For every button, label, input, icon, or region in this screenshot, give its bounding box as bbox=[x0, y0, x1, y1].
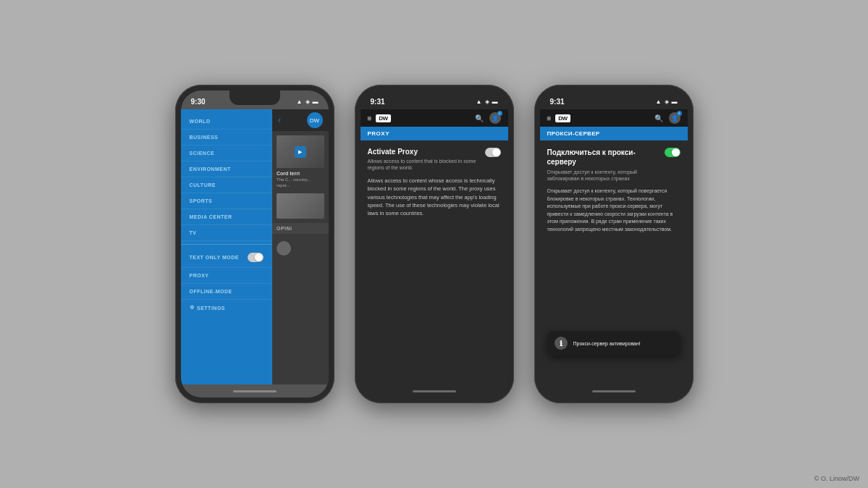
activate-proxy3-row: Подключиться к прокси-серверу Открывает … bbox=[547, 148, 681, 182]
notch-3 bbox=[589, 91, 639, 105]
dw-header-left-3: ≡ DW bbox=[547, 114, 570, 122]
battery-icon-1: ▬ bbox=[313, 98, 319, 105]
user-icon-3[interactable]: 👤 0 bbox=[669, 112, 681, 124]
menu-environment[interactable]: ENVIRONMENT bbox=[181, 161, 272, 177]
phone1-right-panel: ‹ DW ▶ Cord terri The C... country... re… bbox=[272, 109, 329, 384]
phones-container: 9:30 ▲ ◈ ▬ WORLD BUSINESS SCIENCE ENVIRO… bbox=[175, 85, 694, 403]
proxy-toggle-3[interactable] bbox=[665, 148, 681, 157]
proxy-header-3: ПРОКСИ-СЕРВЕР bbox=[540, 127, 688, 140]
wifi-icon-3: ◈ bbox=[665, 98, 669, 105]
activate-proxy-title: Activate Proxy bbox=[368, 148, 479, 156]
proxy-header-title-3: ПРОКСИ-СЕРВЕР bbox=[547, 130, 681, 137]
dw-header-3: ≡ DW 🔍 👤 0 bbox=[540, 109, 688, 127]
phone1-article: ▶ Cord terri The C... country... repor..… bbox=[272, 131, 329, 223]
dw-header-2: ≡ DW 🔍 👤 0 bbox=[361, 109, 508, 127]
opinion-label: OPINI bbox=[277, 226, 292, 231]
author-avatar bbox=[277, 241, 291, 256]
home-bar-3 bbox=[592, 390, 636, 392]
time-2: 9:31 bbox=[371, 98, 385, 106]
photo-credit: © O. Linow/DW bbox=[814, 475, 859, 482]
signal-icon-3: ▲ bbox=[656, 98, 662, 105]
phone1-right-header: ‹ DW bbox=[272, 109, 329, 131]
status-icons-2: ▲ ◈ ▬ bbox=[476, 98, 498, 105]
phone-1: 9:30 ▲ ◈ ▬ WORLD BUSINESS SCIENCE ENVIRO… bbox=[175, 85, 334, 403]
menu-proxy[interactable]: PROXY bbox=[181, 268, 272, 284]
user-avatar-2: 👤 bbox=[492, 115, 499, 122]
text-only-mode-row[interactable]: TEXT ONLY MODE bbox=[181, 248, 272, 268]
opinion-bar: OPINI bbox=[272, 223, 329, 234]
search-icon-3[interactable]: 🔍 bbox=[654, 114, 663, 122]
user-badge-2: 0 bbox=[497, 111, 502, 116]
home-bar-1 bbox=[233, 390, 277, 392]
menu-culture[interactable]: CULTURE bbox=[181, 177, 272, 193]
circle-dw-icon: DW bbox=[310, 117, 319, 124]
proxy-header-2: PROXY bbox=[361, 127, 508, 140]
dw-header-right-3: 🔍 👤 0 bbox=[654, 112, 681, 124]
proxy-content-2: Activate Proxy Allows access to content … bbox=[361, 140, 508, 384]
text-only-toggle[interactable] bbox=[248, 253, 264, 262]
menu-business[interactable]: BUSINESS bbox=[181, 130, 272, 146]
menu-science[interactable]: SCIENCE bbox=[181, 146, 272, 161]
settings-gear-icon: ⚙ bbox=[190, 305, 195, 311]
signal-icon-2: ▲ bbox=[476, 98, 482, 105]
proxy-header-title-2: PROXY bbox=[368, 130, 501, 137]
notch-2 bbox=[409, 91, 460, 105]
tooltip-text: Прокси-сервер активирован! bbox=[573, 341, 641, 346]
dw-header-right-2: 🔍 👤 0 bbox=[475, 112, 501, 124]
notch-1 bbox=[229, 91, 280, 105]
article-text-1: The C... country... repor... bbox=[277, 177, 324, 189]
user-icon-2[interactable]: 👤 0 bbox=[489, 112, 501, 124]
proxy-description-3: Открывает доступ к контенту, который пов… bbox=[547, 188, 681, 233]
dw-header-left-2: ≡ DW bbox=[368, 114, 391, 122]
wifi-icon-1: ◈ bbox=[306, 98, 310, 105]
time-3: 9:31 bbox=[550, 98, 565, 106]
phone-2: 9:31 ▲ ◈ ▬ ≡ DW 🔍 👤 0 bbox=[355, 85, 514, 403]
menu-sports[interactable]: SPORTS bbox=[181, 193, 272, 209]
home-indicator-2 bbox=[361, 384, 508, 397]
user-badge-3: 0 bbox=[677, 111, 682, 116]
proxy-toggle-2[interactable] bbox=[485, 148, 501, 157]
signal-icon-1: ▲ bbox=[297, 98, 303, 105]
article-image-1: ▶ bbox=[277, 135, 324, 168]
hamburger-icon-2[interactable]: ≡ bbox=[368, 114, 372, 122]
opinion-section bbox=[272, 234, 329, 260]
proxy-description-2: Allows access to content whose access is… bbox=[368, 177, 501, 217]
dw-logo-2[interactable]: DW bbox=[376, 114, 390, 122]
home-bar-2 bbox=[413, 390, 456, 392]
menu-media-center[interactable]: MEDIA CENTER bbox=[181, 209, 272, 225]
activate-proxy3-subtitle: Открывает доступ к контенту, который заб… bbox=[547, 169, 659, 182]
back-arrow-icon[interactable]: ‹ bbox=[278, 115, 281, 125]
menu-offline[interactable]: OFFLINE-MODE bbox=[181, 284, 272, 300]
article-title-1: Cord terri bbox=[277, 171, 324, 176]
home-indicator-3 bbox=[540, 384, 688, 397]
battery-icon-3: ▬ bbox=[672, 98, 678, 105]
menu-settings[interactable]: ⚙ SETTINGS bbox=[181, 300, 272, 316]
article-img-2 bbox=[277, 193, 324, 219]
settings-label: SETTINGS bbox=[197, 306, 225, 311]
time-1: 9:30 bbox=[191, 98, 206, 106]
proxy-content-3: Подключиться к прокси-серверу Открывает … bbox=[540, 140, 688, 384]
search-icon-2[interactable]: 🔍 bbox=[475, 114, 484, 122]
battery-icon-2: ▬ bbox=[492, 98, 498, 105]
blue-menu: WORLD BUSINESS SCIENCE ENVIRONMENT CULTU… bbox=[181, 109, 272, 384]
activate-proxy3-text: Подключиться к прокси-серверу Открывает … bbox=[547, 148, 659, 182]
activate-proxy-text: Activate Proxy Allows access to content … bbox=[368, 148, 479, 171]
wifi-icon-2: ◈ bbox=[485, 98, 489, 105]
home-indicator-1 bbox=[181, 384, 329, 397]
menu-tv[interactable]: TV bbox=[181, 225, 272, 241]
text-only-label: TEXT ONLY MODE bbox=[190, 255, 239, 260]
status-icons-3: ▲ ◈ ▬ bbox=[656, 98, 678, 105]
user-avatar-3: 👤 bbox=[671, 115, 678, 122]
status-icons-1: ▲ ◈ ▬ bbox=[297, 98, 319, 105]
phone-3: 9:31 ▲ ◈ ▬ ≡ DW 🔍 👤 0 bbox=[534, 85, 694, 403]
activate-proxy3-title: Подключиться к прокси-серверу bbox=[547, 148, 659, 167]
info-icon: ℹ bbox=[555, 337, 568, 350]
phone-1-screen: 9:30 ▲ ◈ ▬ WORLD BUSINESS SCIENCE ENVIRO… bbox=[181, 91, 329, 397]
dw-logo-3[interactable]: DW bbox=[555, 114, 570, 122]
menu-divider bbox=[181, 244, 272, 245]
play-button[interactable]: ▶ bbox=[295, 146, 306, 158]
proxy-activated-tooltip: ℹ Прокси-сервер активирован! bbox=[547, 331, 681, 356]
phone1-body: WORLD BUSINESS SCIENCE ENVIRONMENT CULTU… bbox=[181, 109, 329, 384]
hamburger-icon-3[interactable]: ≡ bbox=[547, 114, 552, 122]
menu-world[interactable]: WORLD bbox=[181, 114, 272, 130]
